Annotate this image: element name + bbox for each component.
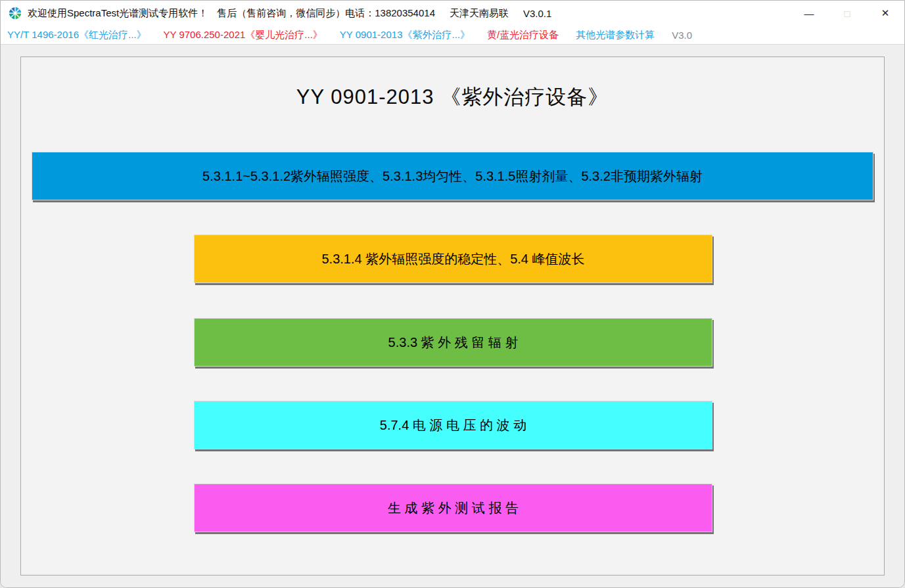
menu-item-uv-standard[interactable]: YY 0901-2013《紫外治疗...》	[340, 29, 470, 41]
window-controls: — □ ✕	[790, 1, 904, 26]
titlebar-support-text: 售后（售前咨询，微信同步）电话：13820354014	[217, 7, 435, 20]
minimize-button[interactable]: —	[790, 1, 828, 26]
menu-item-yellow-blue-light[interactable]: 黄/蓝光治疗设备	[487, 29, 559, 41]
menu-version-label: V3.0	[672, 30, 692, 41]
power-voltage-fluctuation-button[interactable]: 5.7.4 电 源 电 压 的 波 动	[194, 401, 712, 449]
menu-item-other-spectral-params[interactable]: 其他光谱参数计算	[576, 29, 655, 41]
generate-uv-report-button[interactable]: 生 成 紫 外 测 试 报 告	[194, 484, 712, 532]
uv-residual-radiation-button[interactable]: 5.3.3 紫 外 残 留 辐 射	[194, 318, 712, 367]
titlebar-company-text: 天津天南易联	[450, 7, 509, 20]
window-body: YY 0901-2013 《紫外治疗设备》 5.3.1.1~5.3.1.2紫外辐…	[1, 45, 904, 587]
main-panel: YY 0901-2013 《紫外治疗设备》 5.3.1.1~5.3.1.2紫外辐…	[20, 57, 885, 576]
spectratest-logo-icon	[9, 7, 22, 20]
page-title: YY 0901-2013 《紫外治疗设备》	[21, 83, 884, 111]
maximize-button[interactable]: □	[828, 1, 866, 26]
close-button[interactable]: ✕	[866, 1, 904, 26]
menu-item-infant-light-standard[interactable]: YY 9706.250-2021《婴儿光治疗...》	[163, 29, 322, 41]
titlebar-welcome-text: 欢迎使用SpectraTest光谱测试专用软件！	[28, 7, 208, 20]
titlebar: 欢迎使用SpectraTest光谱测试专用软件！ 售后（售前咨询，微信同步）电话…	[1, 1, 904, 26]
menubar: YY/T 1496-2016《红光治疗...》 YY 9706.250-2021…	[1, 26, 904, 45]
app-window: 欢迎使用SpectraTest光谱测试专用软件！ 售后（售前咨询，微信同步）电话…	[0, 0, 905, 588]
uv-stability-peak-wavelength-button[interactable]: 5.3.1.4 紫外辐照强度的稳定性、5.4 峰值波长	[194, 235, 712, 283]
menu-item-red-light-standard[interactable]: YY/T 1496-2016《红光治疗...》	[7, 29, 146, 41]
uv-irradiance-tests-button[interactable]: 5.3.1.1~5.3.1.2紫外辐照强度、5.3.1.3均匀性、5.3.1.5…	[32, 152, 873, 200]
titlebar-version-text: V3.0.1	[523, 8, 551, 19]
